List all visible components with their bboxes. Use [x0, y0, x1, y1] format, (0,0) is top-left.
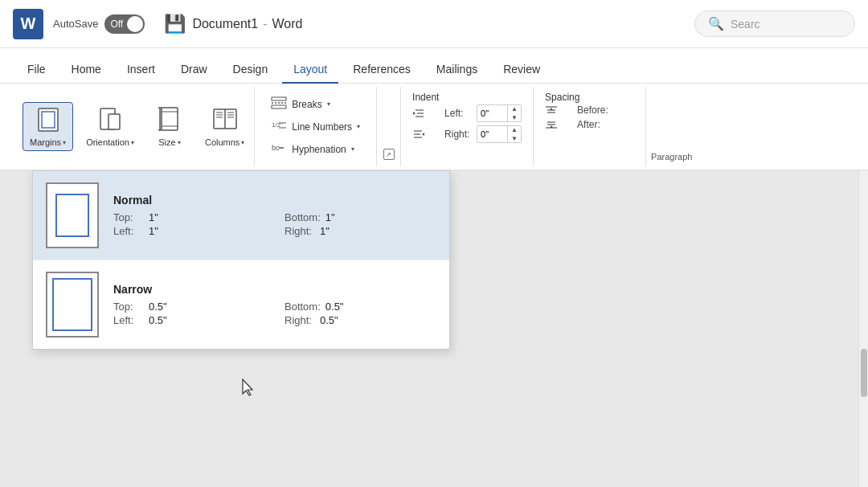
narrow-right-val: 0.5" — [320, 314, 338, 326]
columns-chevron: ▾ — [241, 139, 244, 146]
breaks-button[interactable]: Breaks ▾ — [264, 94, 366, 115]
svg-marker-29 — [413, 112, 416, 115]
indent-left-spinbox[interactable]: 0" ▲ ▼ — [477, 104, 522, 122]
dialog-launcher-icon: ↗ — [386, 151, 391, 158]
dialog-launcher-area: ↗ — [377, 87, 401, 166]
indent-right-arrows: ▲ ▼ — [508, 125, 521, 143]
spacing-before-icon — [545, 105, 574, 115]
normal-name: Normal — [113, 194, 436, 207]
tab-references[interactable]: References — [342, 56, 422, 84]
normal-bottom-key: Bottom: — [285, 211, 321, 223]
indent-right-icon — [412, 129, 441, 139]
page-area: Normal Top: 1" Bottom: 1" Left: 1" — [0, 170, 868, 487]
indent-left-down[interactable]: ▼ — [508, 113, 521, 122]
indent-left-value: 0" — [477, 104, 508, 122]
tab-home[interactable]: Home — [60, 56, 113, 84]
normal-preview-inner — [55, 194, 89, 237]
margins-dropdown: Normal Top: 1" Bottom: 1" Left: 1" — [32, 170, 450, 350]
line-numbers-icon: 1/2 — [271, 119, 287, 135]
tab-design[interactable]: Design — [222, 56, 280, 84]
svg-text:bc: bc — [272, 144, 280, 152]
tab-draw[interactable]: Draw — [170, 56, 219, 84]
page-breaks-items: Breaks ▾ 1/2 Line Numbers ▾ bc Hyphenati… — [264, 94, 366, 160]
ribbon-tabs: File Home Insert Draw Design Layout Refe… — [0, 48, 868, 84]
svg-rect-20 — [272, 105, 286, 108]
svg-marker-41 — [550, 125, 553, 128]
narrow-bottom-key: Bottom: — [285, 301, 321, 313]
columns-icon — [212, 106, 238, 136]
ribbon-toolbar: Margins ▾ Orientation ▾ — [0, 84, 868, 170]
tab-review[interactable]: Review — [492, 56, 551, 84]
tab-mailings[interactable]: Mailings — [425, 56, 489, 84]
columns-button[interactable]: Columns ▾ — [199, 103, 251, 150]
narrow-top-key: Top: — [113, 301, 144, 313]
normal-top-key: Top: — [113, 211, 144, 223]
narrow-left-key: Left: — [113, 314, 144, 326]
dialog-launcher-button[interactable]: ↗ — [383, 149, 395, 160]
tab-file[interactable]: File — [16, 56, 57, 84]
tab-insert[interactable]: Insert — [116, 56, 166, 84]
spacing-before-label: Before: — [577, 104, 608, 116]
app-name: Word — [272, 17, 303, 31]
search-placeholder: Searc — [731, 18, 760, 31]
title-bar: W AutoSave Off 💾 Document1 - Word 🔍 Sear… — [0, 0, 868, 48]
normal-left-val: 1" — [149, 225, 158, 237]
document-title: Document1 — [192, 17, 258, 31]
search-bar[interactable]: 🔍 Searc — [694, 10, 855, 37]
spacing-after-row: After: — [545, 119, 634, 130]
toggle-state-label: Off — [110, 18, 123, 30]
narrow-details: Top: 0.5" Bottom: 0.5" Left: 0.5" Right:… — [113, 301, 436, 326]
indent-right-spinbox[interactable]: 0" ▲ ▼ — [477, 125, 522, 143]
narrow-top-row: Top: 0.5" — [113, 301, 265, 313]
normal-top-val: 1" — [149, 211, 158, 223]
hyphenation-button[interactable]: bc Hyphenation ▾ — [264, 139, 366, 160]
size-label: Size ▾ — [158, 137, 180, 147]
normal-info: Normal Top: 1" Bottom: 1" Left: 1" — [113, 194, 436, 237]
indent-left-up[interactable]: ▲ — [508, 104, 521, 113]
margin-option-normal[interactable]: Normal Top: 1" Bottom: 1" Left: 1" — [33, 171, 449, 260]
margins-button[interactable]: Margins ▾ — [23, 102, 73, 151]
tab-layout[interactable]: Layout — [282, 56, 338, 84]
margins-chevron: ▾ — [63, 139, 66, 146]
svg-rect-3 — [108, 114, 120, 129]
svg-marker-37 — [550, 108, 553, 110]
scrollbar[interactable] — [858, 170, 868, 487]
orientation-button[interactable]: Orientation ▾ — [80, 103, 141, 150]
spacing-after-label: After: — [577, 119, 606, 130]
narrow-left-row: Left: 0.5" — [113, 314, 265, 326]
line-numbers-label: Line Numbers — [292, 121, 352, 133]
autosave-area: AutoSave Off — [53, 14, 145, 34]
spacing-group: Spacing Before: After: — [534, 87, 646, 166]
autosave-toggle[interactable]: Off — [104, 14, 145, 34]
size-chevron: ▾ — [178, 139, 181, 146]
margins-icon — [35, 106, 61, 136]
indent-right-label: Right: — [444, 129, 473, 140]
indent-right-down[interactable]: ▼ — [508, 134, 521, 143]
breaks-label: Breaks — [292, 99, 321, 110]
columns-label: Columns ▾ — [205, 137, 244, 147]
narrow-name: Narrow — [113, 283, 436, 296]
page-breaks-group: Breaks ▾ 1/2 Line Numbers ▾ bc Hyphenati… — [255, 87, 377, 166]
page-setup-group: Margins ▾ Orientation ▾ — [13, 87, 255, 166]
narrow-preview — [46, 272, 99, 338]
hyphenation-icon: bc — [271, 141, 287, 158]
normal-right-key: Right: — [285, 225, 315, 237]
narrow-preview-inner — [52, 278, 92, 331]
margin-option-narrow[interactable]: Narrow Top: 0.5" Bottom: 0.5" Left: 0.5" — [33, 260, 449, 349]
indent-right-up[interactable]: ▲ — [508, 125, 521, 134]
margins-label: Margins ▾ — [30, 137, 66, 147]
size-button[interactable]: Size ▾ — [147, 103, 192, 150]
line-numbers-button[interactable]: 1/2 Line Numbers ▾ — [264, 117, 366, 137]
indent-group: Indent Left: 0" ▲ ▼ Right: 0" ▲ — [401, 87, 534, 166]
scrollbar-thumb[interactable] — [861, 349, 867, 397]
indent-left-icon — [412, 108, 441, 118]
narrow-left-val: 0.5" — [149, 314, 167, 326]
indent-right-value: 0" — [477, 125, 508, 143]
autosave-label: AutoSave — [53, 18, 98, 30]
save-button[interactable]: 💾 — [164, 14, 186, 35]
search-icon: 🔍 — [708, 16, 724, 31]
orientation-icon — [97, 106, 123, 136]
toggle-knob — [127, 16, 143, 32]
page-setup-buttons: Margins ▾ Orientation ▾ — [23, 102, 251, 151]
narrow-right-key: Right: — [285, 314, 315, 326]
